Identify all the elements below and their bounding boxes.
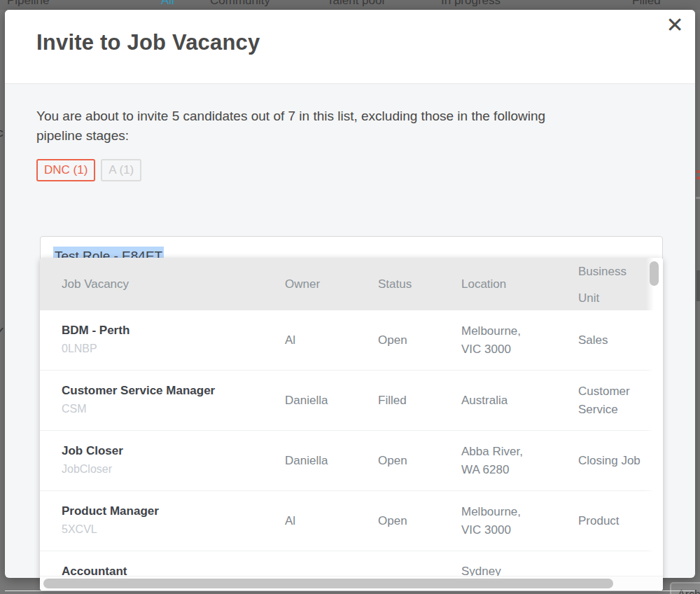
job-title: Job Closer bbox=[62, 443, 272, 459]
job-title: BDM - Perth bbox=[62, 322, 272, 338]
horizontal-scrollbar-thumb[interactable] bbox=[43, 579, 613, 588]
job-vacancy-row[interactable]: BDM - Perth 0LNBP Al Open Melbourne, VIC… bbox=[40, 310, 663, 371]
job-vacancy-row[interactable]: Product Manager 5XCVL Al Open Melbourne,… bbox=[40, 491, 663, 551]
owner-cell: Daniella bbox=[285, 431, 362, 491]
stage-badge-a[interactable]: A (1) bbox=[101, 159, 141, 181]
job-vacancy-row[interactable]: Customer Service Manager CSM Daniella Fi… bbox=[40, 371, 663, 431]
background-tab: Pipeline bbox=[7, 0, 50, 8]
modal-header: Invite to Job Vacancy ✕ bbox=[5, 10, 695, 84]
job-code: 5XCVL bbox=[62, 523, 272, 537]
job-vacancy-row[interactable]: Job Closer JobCloser Daniella Open Abba … bbox=[40, 431, 663, 491]
business-unit-cell: Customer Service bbox=[578, 371, 650, 431]
job-vacancy-results-dropdown: Job VacancyOwnerStatusLocationBusiness U… bbox=[40, 258, 663, 590]
column-header: Location bbox=[461, 258, 506, 310]
column-header: Job Vacancy bbox=[62, 258, 129, 310]
location-cell: Australia bbox=[461, 371, 544, 431]
business-unit-cell: Product bbox=[578, 491, 650, 551]
stage-badge-dnc[interactable]: DNC (1) bbox=[36, 159, 95, 181]
owner-cell: Daniella bbox=[285, 371, 362, 431]
business-unit-cell: Sales bbox=[578, 310, 650, 371]
status-cell: Open bbox=[378, 310, 448, 371]
job-vacancy-name-cell: Customer Service Manager CSM bbox=[62, 382, 272, 416]
status-cell: Open bbox=[378, 431, 448, 491]
job-code: 0LNBP bbox=[62, 342, 272, 356]
job-vacancy-name-cell: Job Closer JobCloser bbox=[62, 443, 272, 476]
invite-description-line1: You are about to invite 5 candidates out… bbox=[36, 109, 545, 123]
business-unit-cell: Closing Job bbox=[578, 431, 650, 491]
location-cell: Melbourne, VIC 3000 bbox=[461, 491, 544, 551]
job-vacancy-name-cell: BDM - Perth 0LNBP bbox=[62, 322, 272, 356]
location-cell: Abba River, WA 6280 bbox=[461, 431, 544, 491]
background-red-mark bbox=[696, 177, 700, 179]
background-tab: Filled bbox=[632, 0, 661, 8]
owner-cell: Al bbox=[285, 310, 362, 371]
job-title: Customer Service Manager bbox=[62, 382, 272, 399]
job-title: Product Manager bbox=[62, 503, 272, 519]
background-tab: Community bbox=[210, 0, 270, 8]
background-gray-mark bbox=[696, 197, 700, 199]
results-table-header: Job VacancyOwnerStatusLocationBusiness U… bbox=[40, 258, 663, 310]
pipeline-stage-badges: DNC (1) A (1) bbox=[36, 159, 695, 181]
location-cell: Melbourne, VIC 3000 bbox=[461, 310, 544, 371]
job-code: JobCloser bbox=[62, 462, 272, 476]
modal-title: Invite to Job Vacancy bbox=[36, 30, 260, 55]
invite-description: You are about to invite 5 candidates out… bbox=[36, 106, 653, 146]
background-dark-mark bbox=[696, 270, 700, 301]
horizontal-scrollbar-track[interactable] bbox=[40, 576, 663, 590]
column-header: Status bbox=[378, 258, 412, 310]
background-tab: Talent pool bbox=[327, 0, 384, 8]
background-text-fragment: c bbox=[0, 126, 4, 140]
owner-cell: Al bbox=[285, 491, 362, 551]
modal-footer-divider bbox=[5, 590, 695, 591]
background-tab: All bbox=[161, 0, 174, 8]
status-cell: Open bbox=[378, 491, 448, 551]
job-code: CSM bbox=[62, 402, 272, 416]
status-cell: Filled bbox=[378, 371, 448, 431]
background-page-tabs-strip: PipelineAllCommunityTalent poolIn progre… bbox=[0, 0, 700, 10]
invite-description-line2: pipeline stages: bbox=[36, 128, 129, 143]
background-tab: In progress bbox=[441, 0, 500, 8]
column-header: Business Unit bbox=[578, 258, 643, 312]
vertical-scrollbar-thumb[interactable] bbox=[650, 261, 659, 286]
close-icon[interactable]: ✕ bbox=[659, 10, 690, 41]
job-vacancy-name-cell: Product Manager 5XCVL bbox=[62, 503, 272, 537]
background-red-mark bbox=[696, 170, 700, 173]
vertical-scrollbar-track[interactable] bbox=[646, 258, 663, 590]
column-header: Owner bbox=[285, 258, 320, 310]
